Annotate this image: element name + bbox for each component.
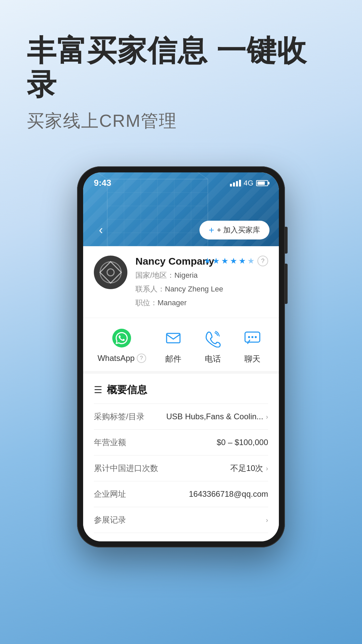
imports-chevron-icon: › [266, 465, 268, 472]
chat-icon [240, 326, 264, 350]
content-wrapper: 丰富买家信息 一键收录 买家线上CRM管理 [0, 0, 362, 644]
company-card: Nancy Company 国家/地区：Nigeria 联系人：Nancy Zh… [83, 246, 279, 318]
overview-icon: ☰ [94, 384, 102, 395]
phone-mockup: 9:43 4G [77, 166, 285, 547]
tags-label: 采购标签/目录 [94, 411, 144, 422]
star-4: ★ [230, 256, 237, 266]
action-chat[interactable]: 聊天 [240, 326, 264, 364]
signal-bar-4 [239, 180, 241, 186]
company-position: 职位：Manager [135, 297, 268, 308]
battery-icon [256, 180, 268, 186]
revenue-value: $0 – $100,000 [217, 438, 268, 447]
header-section: 丰富买家信息 一键收录 买家线上CRM管理 [0, 0, 362, 146]
signal-bar-1 [230, 184, 232, 186]
plus-icon: + [209, 225, 214, 235]
section-label: 概要信息 [107, 383, 147, 397]
action-whatsapp[interactable]: WhatsApp ? [98, 326, 146, 364]
add-to-buyer-button[interactable]: + + 加入买家库 [199, 221, 269, 239]
company-contact: 联系人：Nancy Zheng Lee [135, 283, 268, 294]
svg-point-17 [251, 336, 253, 338]
expo-header-label: 参展记录 [94, 515, 126, 525]
imports-label: 累计中国进口次数 [94, 463, 158, 474]
star-1: ★ [204, 256, 211, 266]
nav-bar: ‹ + + 加入买家库 [93, 221, 269, 239]
star-2: ★ [213, 256, 220, 266]
screen-header: 9:43 4G [83, 172, 279, 246]
imports-value: 不足10次 › [230, 463, 268, 474]
info-row-imports[interactable]: 累计中国进口次数 不足10次 › [94, 455, 268, 481]
network-label: 4G [244, 179, 253, 187]
company-logo-design [99, 261, 122, 284]
info-section: ☰ 概要信息 采购标签/目录 USB Hubs,Fans & Coolin...… [83, 374, 279, 541]
back-button[interactable]: ‹ [93, 222, 109, 238]
info-row-tags[interactable]: 采购标签/目录 USB Hubs,Fans & Coolin... › [94, 404, 268, 429]
svg-point-16 [248, 336, 250, 338]
position-label: 职位： [135, 299, 158, 307]
country-label: 国家/地区： [135, 271, 174, 279]
tags-value: USB Hubs,Fans & Coolin... › [166, 412, 268, 421]
signal-bar-2 [233, 182, 235, 186]
section-title: ☰ 概要信息 [94, 374, 268, 404]
action-email[interactable]: 邮件 [161, 326, 185, 364]
battery-fill [257, 181, 265, 185]
action-phone[interactable]: 电话 [201, 326, 225, 364]
expo-entry-1: 2019-12-18 China （UAE） Trade Fair 2019 [94, 533, 268, 541]
revenue-label: 年营业额 [94, 437, 126, 448]
expo-name-1: China （UAE） Trade Fair 2019 [153, 540, 268, 541]
star-rating: ★ ★ ★ ★ ★ ★ ? [204, 256, 268, 266]
phone-screen: 9:43 4G [83, 172, 279, 541]
whatsapp-help-icon[interactable]: ? [137, 354, 146, 363]
info-row-revenue: 年营业额 $0 – $100,000 [94, 429, 268, 455]
email-label: 邮件 [165, 354, 181, 364]
rating-help-icon[interactable]: ? [257, 256, 268, 266]
action-bar: WhatsApp ? 邮件 [83, 318, 279, 374]
contact-label: 联系人： [135, 285, 165, 293]
add-btn-label: + 加入买家库 [217, 225, 260, 235]
website-value: 1643366718@qq.com [189, 489, 268, 499]
company-country: 国家/地区：Nigeria [135, 270, 268, 281]
phone-frame: 9:43 4G [77, 166, 285, 547]
info-row-website: 企业网址 1643366718@qq.com [94, 481, 268, 507]
whatsapp-label-wrap: WhatsApp ? [98, 354, 146, 363]
svg-point-18 [255, 336, 257, 338]
phone-label-wrap: 电话 [205, 354, 221, 364]
svg-point-13 [112, 329, 131, 347]
expo-header-chevron: › [266, 516, 268, 524]
back-arrow-icon: ‹ [99, 224, 103, 236]
logo-inner-circle [107, 268, 115, 276]
star-3: ★ [221, 256, 229, 266]
status-time: 9:43 [94, 178, 111, 188]
phone-call-icon [201, 326, 225, 350]
stars-container: ★ ★ ★ ★ ★ ★ [204, 256, 255, 266]
position-value: Manager [158, 299, 187, 307]
contact-value: Nancy Zheng Lee [165, 285, 223, 293]
email-icon [161, 326, 185, 350]
website-label: 企业网址 [94, 489, 126, 499]
signal-bars-icon [230, 180, 241, 186]
status-icons: 4G [230, 179, 268, 187]
email-label-wrap: 邮件 [165, 354, 181, 364]
svg-rect-14 [167, 333, 180, 343]
imports-value-text: 不足10次 [230, 463, 263, 474]
sub-title: 买家线上CRM管理 [27, 109, 335, 133]
signal-bar-3 [236, 181, 238, 186]
expo-chevron-icon: › [266, 516, 268, 524]
tags-value-text: USB Hubs,Fans & Coolin... [166, 412, 263, 421]
tags-chevron-icon: › [266, 413, 268, 421]
expo-date-1: 2019-12-18 [94, 541, 135, 541]
chat-label: 聊天 [244, 354, 260, 364]
info-row-expo-header[interactable]: 参展记录 › [94, 507, 268, 533]
chat-label-wrap: 聊天 [244, 354, 260, 364]
main-title: 丰富买家信息 一键收录 [27, 34, 335, 101]
company-logo [94, 256, 127, 289]
phone-label: 电话 [205, 354, 221, 364]
whatsapp-label: WhatsApp [98, 354, 135, 363]
star-5: ★ [239, 256, 246, 266]
status-bar: 9:43 4G [94, 178, 268, 188]
whatsapp-icon [110, 326, 134, 350]
country-value: Nigeria [174, 271, 198, 279]
star-half: ★ [247, 256, 255, 266]
